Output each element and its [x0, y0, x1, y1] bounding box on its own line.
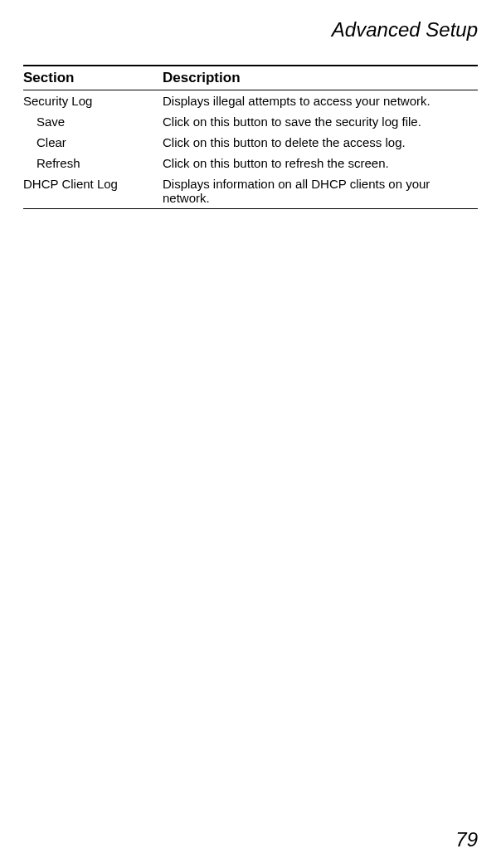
page-number: 79 [455, 828, 478, 851]
section-description-table: Section Description Security Log Display… [23, 65, 478, 209]
cell-section: Save [23, 111, 163, 132]
table-row: DHCP Client Log Displays information on … [23, 173, 478, 209]
table-row: Clear Click on this button to delete the… [23, 132, 478, 153]
cell-section: Clear [23, 132, 163, 153]
table-header-row: Section Description [23, 66, 478, 90]
table-row: Security Log Displays illegal attempts t… [23, 90, 478, 112]
cell-description: Click on this button to delete the acces… [163, 132, 478, 153]
table-row: Refresh Click on this button to refresh … [23, 153, 478, 173]
column-header-description: Description [163, 66, 478, 90]
cell-section: Refresh [23, 153, 163, 173]
page-header: Advanced Setup [23, 18, 478, 41]
cell-description: Click on this button to save the securit… [163, 111, 478, 132]
cell-description: Click on this button to refresh the scre… [163, 153, 478, 173]
cell-section: DHCP Client Log [23, 173, 163, 209]
cell-section: Security Log [23, 90, 163, 112]
column-header-section: Section [23, 66, 163, 90]
cell-description: Displays information on all DHCP clients… [163, 173, 478, 209]
cell-description: Displays illegal attempts to access your… [163, 90, 478, 112]
table-row: Save Click on this button to save the se… [23, 111, 478, 132]
